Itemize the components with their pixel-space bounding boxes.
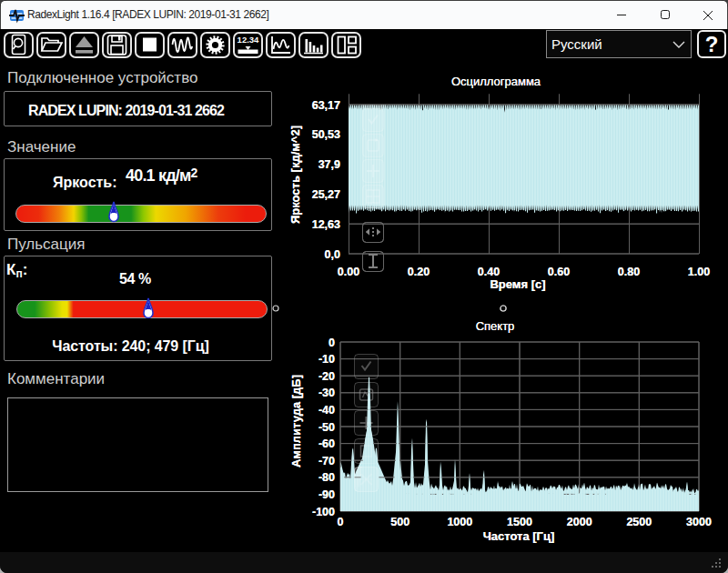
svg-text:25,27: 25,27 (312, 188, 340, 201)
svg-text:12,63: 12,63 (312, 218, 340, 231)
svg-text:0: 0 (338, 516, 344, 528)
svg-text:-30: -30 (318, 387, 335, 399)
svg-text:Осциллограмма: Осциллограмма (451, 75, 541, 88)
svg-text:Амплитуда [дБ]: Амплитуда [дБ] (289, 375, 303, 467)
svg-text:0.00: 0.00 (338, 266, 359, 278)
svg-text:-80: -80 (318, 471, 335, 484)
svg-text:0.20: 0.20 (408, 266, 430, 278)
svg-text:0.60: 0.60 (548, 266, 570, 278)
svg-text:-40: -40 (318, 404, 335, 417)
svg-text:37,9: 37,9 (318, 158, 340, 171)
svg-text:-10: -10 (318, 353, 335, 366)
svg-text:Время [с]: Время [с] (490, 277, 545, 291)
svg-text:12.34: 12.34 (238, 35, 259, 45)
svg-text:0,0: 0,0 (325, 248, 340, 261)
svg-text:Яркость [кд/м^2]: Яркость [кд/м^2] (288, 126, 302, 224)
svg-text:500: 500 (390, 516, 410, 528)
svg-text:2000: 2000 (567, 516, 592, 528)
svg-text:2500: 2500 (626, 516, 652, 528)
svg-text:-50: -50 (318, 421, 335, 434)
svg-text:1500: 1500 (507, 516, 532, 528)
svg-text:Спектр: Спектр (476, 319, 515, 333)
svg-text:-70: -70 (318, 455, 335, 467)
svg-text:0.80: 0.80 (618, 266, 640, 278)
svg-text:-60: -60 (318, 437, 335, 450)
svg-text:50,53: 50,53 (312, 128, 340, 141)
svg-text:-20: -20 (318, 370, 335, 383)
svg-text:0.40: 0.40 (478, 266, 500, 278)
svg-text:1000: 1000 (447, 516, 472, 528)
svg-text:0: 0 (329, 337, 335, 349)
svg-text:-90: -90 (318, 488, 335, 501)
svg-text:3000: 3000 (686, 516, 712, 528)
svg-text:-100: -100 (312, 506, 335, 518)
svg-text:63,17: 63,17 (312, 99, 340, 112)
svg-text:1.00: 1.00 (688, 266, 710, 278)
svg-text:Частота [Гц]: Частота [Гц] (483, 529, 555, 543)
